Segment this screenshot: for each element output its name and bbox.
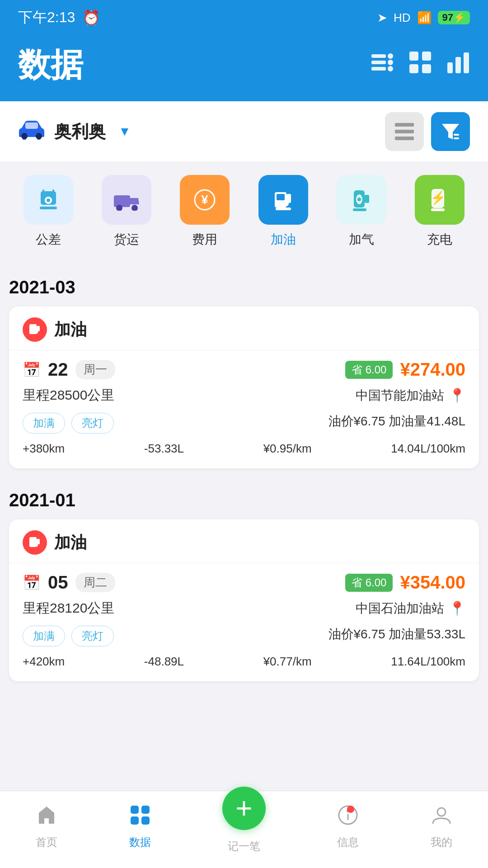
svg-rect-7 xyxy=(422,52,431,61)
svg-rect-55 xyxy=(131,816,139,825)
nav-data[interactable]: 数据 xyxy=(129,805,151,849)
svg-rect-17 xyxy=(395,130,414,133)
grid-list-icon[interactable] xyxy=(408,51,432,80)
charging-icon: ⚡ xyxy=(415,175,465,225)
header: 数据 xyxy=(0,33,488,101)
svg-rect-11 xyxy=(455,57,461,73)
record-type-name-0: 加油 xyxy=(54,319,87,341)
header-icon-group xyxy=(371,51,470,80)
category-jiaqin[interactable]: 加气 xyxy=(337,175,386,248)
jiaqin-icon xyxy=(337,175,386,225)
station-name-0: 中国节能加油站 xyxy=(356,387,444,404)
save-badge-1: 省 6.00 xyxy=(345,574,393,592)
nav-mine[interactable]: 我的 xyxy=(431,805,452,849)
mine-label: 我的 xyxy=(431,835,452,849)
list-view-button[interactable] xyxy=(385,112,424,151)
mine-icon xyxy=(431,805,452,830)
price-amount-0: ¥274.00 xyxy=(400,359,465,380)
mileage-text-0: 里程28500公里 xyxy=(23,386,114,405)
record-row-mileage-station-0: 里程28500公里 中国节能加油站 📍 xyxy=(23,386,465,405)
stat-km-1: +420km xyxy=(23,655,65,669)
svg-text:⚡: ⚡ xyxy=(430,190,446,205)
record-body-0: 📅 22 周一 省 6.00 ¥274.00 里程28500公里 中国节能加油站… xyxy=(9,350,479,468)
svg-rect-41 xyxy=(365,195,369,203)
svg-point-3 xyxy=(388,53,393,59)
category-jiayou[interactable]: 加油 xyxy=(258,175,308,248)
svg-rect-16 xyxy=(395,123,414,127)
svg-rect-21 xyxy=(454,137,459,139)
price-amount-1: ¥354.00 xyxy=(400,572,465,593)
date-day-1: 05 xyxy=(48,572,68,593)
wifi-icon: 📶 xyxy=(417,11,432,25)
chart-bar-icon[interactable] xyxy=(446,51,470,80)
pin-icon-0: 📍 xyxy=(449,387,465,403)
tag-light-0: 亮灯 xyxy=(71,413,114,434)
date-day-0: 22 xyxy=(48,359,68,380)
category-feiyong[interactable]: ¥ 费用 xyxy=(180,175,230,248)
stat-liter-0: -53.33L xyxy=(144,442,184,456)
date-info-0: 📅 22 周一 xyxy=(23,359,115,380)
data-icon xyxy=(130,805,150,830)
record-type-bar-1: 加油 xyxy=(9,519,479,563)
save-badge-0: 省 6.00 xyxy=(345,361,393,379)
svg-rect-1 xyxy=(371,61,386,64)
category-charging[interactable]: ⚡ 充电 xyxy=(415,175,465,248)
category-huoyun[interactable]: 货运 xyxy=(102,175,151,248)
svg-point-36 xyxy=(284,202,289,206)
nav-add[interactable]: + 记一笔 xyxy=(222,800,266,854)
stat-perkm-0: ¥0.95/km xyxy=(263,442,312,456)
tag-full-0: 加满 xyxy=(23,413,65,434)
month-section-1: 2021-01 加油 📅 05 周二 xyxy=(9,479,479,681)
record-row-stats-0: +380km -53.33L ¥0.95/km 14.04L/100km xyxy=(23,442,465,456)
stat-per100km-1: 11.64L/100km xyxy=(391,655,465,669)
vehicle-left[interactable]: 奥利奥 ▼ xyxy=(18,118,131,145)
svg-rect-20 xyxy=(454,134,459,136)
svg-rect-48 xyxy=(37,326,40,331)
svg-rect-9 xyxy=(422,64,431,73)
bottom-navigation: 首页 数据 + 记一笔 信息 xyxy=(0,791,488,868)
tag-full-1: 加满 xyxy=(23,626,65,646)
home-icon xyxy=(36,805,57,830)
category-bar: 公差 货运 ¥ 费用 xyxy=(0,162,488,257)
gongcha-label: 公差 xyxy=(36,231,61,248)
battery-indicator: 97⚡ xyxy=(438,11,470,24)
nav-info[interactable]: 信息 xyxy=(337,805,359,849)
charging-label: 充电 xyxy=(427,231,452,248)
car-list-icon[interactable] xyxy=(371,51,394,80)
huoyun-icon xyxy=(102,175,151,225)
svg-rect-13 xyxy=(25,123,38,129)
plus-icon: + xyxy=(235,792,252,825)
fuel-type-icon-0 xyxy=(23,317,47,342)
svg-point-26 xyxy=(47,198,50,202)
svg-rect-27 xyxy=(40,207,57,209)
price-info-0: 省 6.00 ¥274.00 xyxy=(345,359,465,380)
day-of-week-0: 周一 xyxy=(75,360,115,379)
feiyong-icon: ¥ xyxy=(180,175,230,225)
month-section-0: 2021-03 加油 📅 22 周一 xyxy=(9,266,479,468)
record-row-date-price-0: 📅 22 周一 省 6.00 ¥274.00 xyxy=(23,359,465,380)
record-card-1[interactable]: 加油 📅 05 周二 省 6.00 ¥354.00 里程28120公里 xyxy=(9,519,479,681)
info-dot xyxy=(347,806,354,813)
record-card-0[interactable]: 加油 📅 22 周一 省 6.00 ¥274.00 里程28500公里 xyxy=(9,307,479,468)
category-gongcha[interactable]: 公差 xyxy=(23,175,73,248)
mileage-text-1: 里程28120公里 xyxy=(23,599,114,618)
svg-point-5 xyxy=(388,66,393,71)
stat-per100km-0: 14.04L/100km xyxy=(391,442,465,456)
svg-rect-10 xyxy=(447,62,453,73)
svg-point-60 xyxy=(437,808,446,816)
svg-marker-19 xyxy=(442,124,459,139)
day-of-week-1: 周二 xyxy=(75,573,115,592)
svg-point-40 xyxy=(357,198,361,201)
status-bar: 下午2:13 ⏰ ➤ HD 📶 97⚡ xyxy=(0,0,488,33)
svg-rect-46 xyxy=(431,208,445,211)
add-button[interactable]: + xyxy=(222,787,266,830)
record-body-1: 📅 05 周二 省 6.00 ¥354.00 里程28120公里 中国石油加油站… xyxy=(9,563,479,681)
fuel-detail-1: 油价¥6.75 加油量53.33L xyxy=(328,626,466,646)
svg-point-49 xyxy=(35,331,38,334)
filter-button[interactable] xyxy=(431,112,470,151)
nav-home[interactable]: 首页 xyxy=(36,805,57,849)
huoyun-label: 货运 xyxy=(114,231,139,248)
stat-perkm-1: ¥0.77/km xyxy=(263,655,312,669)
svg-point-30 xyxy=(131,205,138,211)
date-info-1: 📅 05 周二 xyxy=(23,572,115,593)
